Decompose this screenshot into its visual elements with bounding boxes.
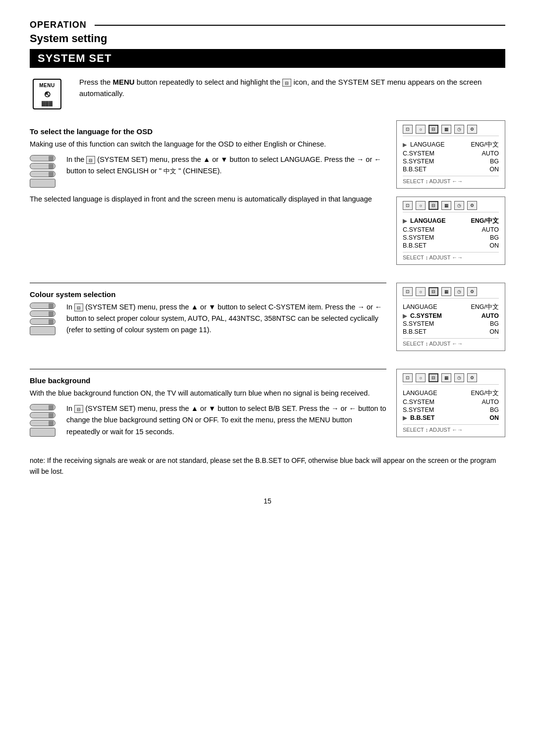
osd-ssystem-value-3: BG	[490, 320, 499, 327]
osd-row-3-csystem: ▶ C.SYSTEM AUTO	[403, 312, 499, 319]
osd-csystem-value-4: AUTO	[482, 399, 499, 405]
osd-language-label-1: LANGUAGE	[410, 141, 444, 148]
osd-label-2-bbset: B.B.SET	[403, 242, 427, 249]
osd-icon-1c: ⊟	[428, 125, 438, 134]
osd-row-2-csystem: C.SYSTEM AUTO	[403, 226, 499, 233]
osd-language-value-4: ENG/中文	[471, 389, 499, 398]
colour-instruction-row: In ⊟ (SYSTEM SET) menu, press the ▲ or ▼…	[30, 302, 386, 336]
csys-label-4: C.SYSTEM	[403, 399, 434, 405]
btn-icon-b1	[49, 405, 54, 410]
blue-heading: Blue background	[30, 376, 91, 385]
lang-val-3: ENG/	[471, 303, 486, 310]
osd-label-4-language: LANGUAGE	[403, 389, 437, 398]
osd-bbset-value-4: ON	[489, 414, 499, 421]
osd-menu-4-icons: ⊡ ☼ ⊟ ▦ ◷ ⚙	[403, 373, 499, 385]
colour-divider	[30, 283, 386, 283]
osd-language-value-2: ENG/中文	[471, 216, 499, 225]
blue-body1: With the blue background function ON, th…	[30, 388, 386, 399]
lang-cn-4: 中文	[486, 389, 499, 397]
remote-btn-1	[30, 155, 55, 161]
lang-label-3: LANGUAGE	[403, 303, 437, 310]
osd-csystem-value-3: AUTO	[482, 312, 499, 319]
osd-select-2: SELECT ↕ ADJUST ←→	[403, 252, 499, 260]
osd-ssystem-value-4: BG	[490, 406, 499, 413]
osd-icon-2d: ▦	[441, 201, 451, 210]
osd-icon-4b: ☼	[416, 373, 426, 382]
lang-label-4: LANGUAGE	[403, 390, 437, 397]
operation-divider	[95, 25, 505, 26]
osd-row-1-language: ▶ LANGUAGE ENG/中文	[403, 140, 499, 149]
csys-label-3: C.SYSTEM	[410, 312, 442, 319]
osd-icon-1a: ⊡	[403, 125, 413, 134]
osd-csystem-value-2: AUTO	[482, 226, 499, 233]
bbset-label-3: B.B.SET	[403, 328, 427, 335]
osd-menu-3-icons: ⊡ ☼ ⊟ ▦ ◷ ⚙	[403, 287, 499, 299]
bbset-label-4: B.B.SET	[410, 414, 434, 421]
osd-menu-1-icons: ⊡ ☼ ⊟ ▦ ◷ ⚙	[403, 125, 499, 136]
osd-label-1-language: ▶ LANGUAGE	[403, 140, 444, 149]
osd-language-value-3: ENG/中文	[471, 302, 499, 311]
lang-cn-2: 中文	[486, 217, 499, 224]
ssys-label-4: S.SYSTEM	[403, 406, 434, 413]
remote-icons-colour	[30, 302, 59, 336]
ssys-label-3: S.SYSTEM	[403, 320, 434, 327]
osd-label-3-csystem: ▶ C.SYSTEM	[403, 312, 442, 319]
right-panel-colour: ⊡ ☼ ⊟ ▦ ◷ ⚙ LANGUAGE ENG/中文 ▶ C.SYSTEM A…	[396, 283, 505, 359]
osd-menu-2-icons: ⊡ ☼ ⊟ ▦ ◷ ⚙	[403, 201, 499, 212]
osd-label-3-bbset: B.B.SET	[403, 328, 427, 335]
language-section-with-panel: To select the language for the OSD Makin…	[30, 120, 505, 273]
osd-icon-2f: ⚙	[467, 201, 477, 210]
osd-label-3-language: LANGUAGE	[403, 302, 437, 311]
osd-row-3-language: LANGUAGE ENG/中文	[403, 302, 499, 311]
osd-label-1-ssystem: S.SYSTEM	[403, 158, 434, 165]
osd-label-2-language: ▶ LANGUAGE	[403, 216, 446, 225]
language-instruction-row: In the ⊟ (SYSTEM SET) menu, press the ▲ …	[30, 154, 386, 188]
osd-icon-3d: ▦	[441, 287, 451, 296]
sysset-icon-lang: ⊟	[86, 156, 95, 164]
colour-instruction-text: In ⊟ (SYSTEM SET) menu, press the ▲ or ▼…	[66, 302, 386, 336]
osd-menu-3: ⊡ ☼ ⊟ ▦ ◷ ⚙ LANGUAGE ENG/中文 ▶ C.SYSTEM A…	[396, 283, 505, 351]
osd-icon-2b: ☼	[416, 201, 426, 210]
btn-icon-b3	[49, 421, 54, 426]
operation-title: OPERATION	[30, 20, 87, 30]
remote-btn-b3	[30, 420, 55, 426]
osd-menu-4: ⊡ ☼ ⊟ ▦ ◷ ⚙ LANGUAGE ENG/中文 C.SYSTEM AUT…	[396, 369, 505, 437]
sysset-icon-colour: ⊟	[74, 303, 83, 311]
right-panel-blue: ⊡ ☼ ⊟ ▦ ◷ ⚙ LANGUAGE ENG/中文 C.SYSTEM AUT…	[396, 369, 505, 445]
osd-arrow-4: ▶	[403, 415, 407, 421]
osd-row-2-ssystem: S.SYSTEM BG	[403, 234, 499, 241]
remote-btn-b4	[30, 428, 55, 437]
operation-header: OPERATION	[30, 20, 505, 30]
osd-icon-2e: ◷	[454, 201, 464, 210]
remote-btn-c2	[30, 310, 55, 317]
blue-instruction-row: In ⊟ (SYSTEM SET) menu, press the ▲ or ▼…	[30, 403, 386, 438]
remote-icons-blue	[30, 403, 59, 438]
osd-icon-2c: ⊟	[428, 201, 438, 210]
menu-sub: ▓▓▓	[42, 101, 53, 106]
osd-ssystem-value-1: BG	[490, 158, 499, 165]
intro-text: Press the MENU button repeatedly to sele…	[79, 77, 505, 109]
btn-icon-3	[49, 172, 54, 177]
colour-section-header: Colour system selection	[30, 290, 386, 299]
osd-menu-2: ⊡ ☼ ⊟ ▦ ◷ ⚙ ▶ LANGUAGE ENG/中文 C.SYSTEM A…	[396, 197, 505, 265]
remote-btn-2	[30, 163, 55, 169]
osd-bbset-value-3: ON	[489, 328, 499, 335]
osd-label-1-bbset: B.B.SET	[403, 166, 427, 173]
lang-cn-1: 中文	[486, 141, 499, 148]
blue-instruction-text: In ⊟ (SYSTEM SET) menu, press the ▲ or ▼…	[66, 403, 386, 438]
language-body2: The selected language is displayed in fr…	[30, 194, 386, 205]
osd-arrow-3: ▶	[403, 313, 407, 319]
bbset-val-4: ON	[489, 414, 499, 421]
chinese-char-lang: 中文	[163, 167, 176, 175]
osd-menu-1: ⊡ ☼ ⊟ ▦ ◷ ⚙ ▶ LANGUAGE ENG/中文 C.SYSTEM A…	[396, 120, 505, 189]
menu-icon: MENU ⎋ ▓▓▓	[33, 79, 61, 109]
bbset-label-2: B.B.SET	[403, 242, 427, 249]
lang-val-4: ENG/	[471, 390, 486, 397]
osd-row-1-ssystem: S.SYSTEM BG	[403, 158, 499, 165]
csys-label-1: C.SYSTEM	[403, 150, 434, 157]
osd-icon-1f: ⚙	[467, 125, 477, 134]
osd-ssystem-value-2: BG	[490, 234, 499, 241]
system-set-banner: SYSTEM SET	[30, 49, 505, 68]
osd-select-1: SELECT ↕ ADJUST ←→	[403, 176, 499, 184]
osd-csystem-value-1: AUTO	[482, 150, 499, 157]
